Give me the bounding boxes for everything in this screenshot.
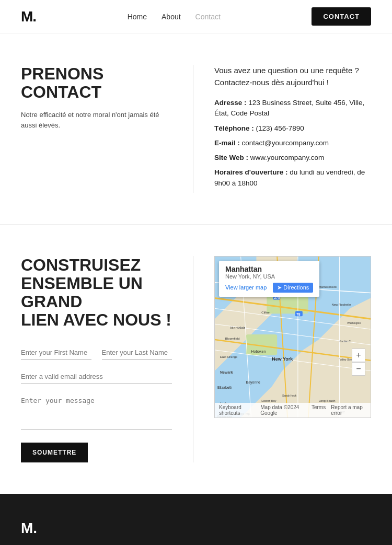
svg-text:Bayonne: Bayonne: [246, 380, 261, 385]
section2-left: CONSTRUISEZ ENSEMBLE UN GRAND LIEN AVEC …: [21, 256, 193, 462]
construisez-section: CONSTRUISEZ ENSEMBLE UN GRAND LIEN AVEC …: [0, 225, 392, 494]
section2-right: Hackensack Clifton Montclair Bloomfield …: [193, 256, 371, 462]
map-view-larger-link[interactable]: View larger map: [225, 284, 267, 291]
svg-text:Elizabeth: Elizabeth: [217, 386, 233, 389]
name-row: [21, 345, 172, 360]
directions-label: Directions: [283, 284, 309, 291]
map-directions-button[interactable]: ➤ Directions: [273, 283, 313, 293]
zoom-in-button[interactable]: +: [352, 349, 365, 362]
map-data-credit: Map data ©2024 Google: [260, 404, 306, 416]
submit-button[interactable]: SOUMETTRE: [21, 443, 88, 462]
svg-text:Hoboken: Hoboken: [251, 350, 266, 353]
svg-text:New York: New York: [272, 356, 293, 361]
svg-text:Clifton: Clifton: [261, 311, 270, 314]
map-report: Report a map error: [331, 404, 366, 416]
map-footer: Keyboard shortcuts Map data ©2024 Google…: [215, 403, 371, 418]
svg-text:New Rochelle: New Rochelle: [332, 303, 351, 306]
email-text: contact@yourcompany.com: [242, 139, 329, 147]
message-textarea[interactable]: [21, 393, 172, 430]
header-contact-button[interactable]: CONTACT: [312, 7, 371, 26]
footer-logo: M.: [21, 520, 371, 537]
section2-heading: CONSTRUISEZ ENSEMBLE UN GRAND LIEN AVEC …: [21, 256, 172, 330]
prenons-contact-section: PRENONS CONTACT Notre efficacité et notr…: [0, 33, 392, 225]
main-nav: Home About Contact: [128, 13, 221, 21]
svg-text:Garden C.: Garden C.: [339, 340, 351, 343]
web-label: Site Web :: [214, 154, 248, 161]
zoom-out-button[interactable]: −: [352, 362, 365, 376]
footer: M. ADRESSE 123 Business Street, Suite 45…: [0, 494, 392, 546]
nav-home[interactable]: Home: [128, 13, 147, 21]
email-label: E-mail :: [214, 139, 240, 147]
section1-heading: PRENONS CONTACT: [21, 65, 172, 101]
contact-form: SOUMETTRE: [21, 345, 172, 462]
phone-line: Téléphone : (123) 456-7890: [214, 123, 371, 134]
nav-about[interactable]: About: [162, 13, 181, 21]
section1-subtext: Notre efficacité et notre moral n'ont ja…: [21, 110, 172, 130]
svg-text:Washington: Washington: [347, 322, 361, 324]
map-info-box: Manhattan New York, NY, USA View larger …: [219, 261, 319, 297]
svg-text:Newark: Newark: [220, 370, 233, 374]
address-line: Adresse : 123 Business Street, Suite 456…: [214, 98, 371, 119]
last-name-input[interactable]: [102, 345, 172, 360]
first-name-input[interactable]: [21, 345, 91, 360]
section1-right: Vous avez une question ou une requête ? …: [193, 65, 371, 193]
web-line: Site Web : www.yourcompany.com: [214, 153, 371, 163]
svg-text:Lower Bay: Lower Bay: [261, 399, 276, 402]
contact-info: Adresse : 123 Business Street, Suite 456…: [214, 98, 371, 189]
web-text: www.yourcompany.com: [250, 154, 325, 161]
address-label: Adresse :: [214, 99, 247, 107]
map-container: Hackensack Clifton Montclair Bloomfield …: [214, 256, 371, 418]
directions-icon: ➤: [277, 284, 282, 291]
map-actions: View larger map ➤ Directions: [225, 283, 313, 293]
map-keyboard-shortcuts: Keyboard shortcuts: [219, 404, 255, 416]
hours-line: Horaires d'ouverture : du lundi au vendr…: [214, 167, 371, 189]
phone-label: Téléphone :: [214, 124, 254, 132]
svg-text:Long Beach: Long Beach: [319, 399, 336, 402]
svg-text:Sandy Hook: Sandy Hook: [282, 395, 297, 397]
map-terms: Terms: [312, 404, 326, 416]
map-place-sub: New York, NY, USA: [225, 273, 313, 280]
hours-label: Horaires d'ouverture :: [214, 168, 288, 176]
svg-text:78: 78: [296, 312, 301, 316]
email-line: E-mail : contact@yourcompany.com: [214, 138, 371, 148]
nav-contact[interactable]: Contact: [195, 13, 221, 21]
section1-left: PRENONS CONTACT Notre efficacité et notr…: [21, 65, 193, 193]
map-zoom-controls: + −: [352, 349, 365, 376]
phone-text: (123) 456-7890: [256, 124, 304, 132]
contact-intro: Vous avez une question ou une requête ? …: [214, 65, 371, 88]
email-input[interactable]: [21, 369, 172, 384]
svg-text:Montclair: Montclair: [230, 326, 246, 330]
logo: M.: [21, 8, 36, 25]
svg-text:Mamaroneck: Mamaroneck: [319, 285, 337, 288]
svg-text:East Orange: East Orange: [220, 355, 238, 358]
map-place-name: Manhattan: [225, 265, 313, 273]
svg-text:Bloomfield: Bloomfield: [225, 337, 240, 340]
